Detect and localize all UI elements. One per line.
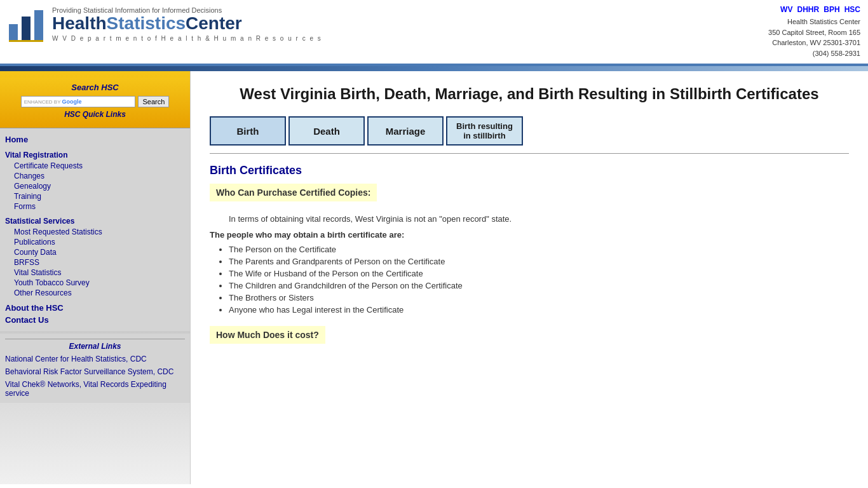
dhhr-link[interactable]: DHHR [797, 5, 820, 14]
open-record-text: In terms of obtaining vital records, Wes… [229, 214, 830, 224]
bph-link[interactable]: BPH [824, 5, 839, 14]
header-right: WV DHHR BPH HSC Health Statistics Center… [768, 5, 860, 58]
svg-rect-2 [34, 10, 43, 42]
nav-cert-requests[interactable]: Certificate Requests [5, 161, 185, 171]
svg-rect-0 [9, 24, 18, 42]
header-links[interactable]: WV DHHR BPH HSC [768, 5, 860, 14]
who-can-box: Who Can Purchase Certified Copies: [210, 184, 377, 201]
nav-publications[interactable]: Publications [5, 237, 185, 247]
nav-genealogy[interactable]: Genealogy [5, 181, 185, 191]
nav-forms[interactable]: Forms [5, 201, 185, 212]
cert-list-item-2: The Wife or Husband of the Person on the… [229, 268, 849, 280]
svg-rect-3 [9, 40, 43, 42]
main-content: West Virginia Birth, Death, Marriage, an… [191, 71, 868, 484]
external-link-brfss[interactable]: Behavioral Risk Factor Surveillance Syst… [5, 367, 185, 376]
layout: Search HSC ENHANCED BY Google Search HSC… [0, 71, 868, 484]
section-title: Birth Certificates [210, 164, 849, 177]
nav-youth-tobacco[interactable]: Youth Tobacco Survey [5, 278, 185, 288]
quick-links-label: HSC Quick Links [5, 110, 185, 119]
cert-list-item-4: The Brothers or Sisters [229, 292, 849, 304]
google-text: Google [62, 98, 81, 105]
address-line2: 350 Capitol Street, Room 165 [768, 27, 860, 38]
sidebar: Search HSC ENHANCED BY Google Search HSC… [0, 71, 191, 484]
search-input-wrapper: ENHANCED BY Google [21, 96, 136, 107]
people-label: The people who may obtain a birth certif… [210, 230, 849, 240]
tab-birth[interactable]: Birth [210, 116, 286, 146]
logo-subtitle: W V D e p a r t m e n t o f H e a l t h … [52, 35, 322, 42]
how-much-box: How Much Does it cost? [210, 326, 325, 344]
logo-statistics: Statistics [107, 13, 186, 33]
external-divider [5, 339, 185, 339]
page-title: West Virginia Birth, Death, Marriage, an… [210, 84, 849, 104]
nav-about-hsc[interactable]: About the HSC [5, 302, 185, 314]
nav-county-data[interactable]: County Data [5, 247, 185, 257]
nav-most-requested[interactable]: Most Requested Statistics [5, 227, 185, 237]
external-link-vitalchek[interactable]: Vital Chek® Networks, Vital Records Expe… [5, 380, 185, 398]
search-button[interactable]: Search [138, 96, 169, 107]
cert-list-item-1: The Parents and Grandparents of Person o… [229, 255, 849, 268]
cert-tabs: Birth Death Marriage Birth resultingin s… [210, 116, 849, 154]
nav-vital-statistics[interactable]: Vital Statistics [5, 268, 185, 278]
tab-death[interactable]: Death [288, 116, 365, 146]
cert-list-item-3: The Children and Grandchildren of the Pe… [229, 280, 849, 292]
header: Providing Statistical Information for In… [0, 0, 868, 66]
wv-link[interactable]: WV [780, 5, 792, 14]
logo-text-block: Providing Statistical Information for In… [52, 6, 322, 42]
nav-changes[interactable]: Changes [5, 171, 185, 181]
header-left: Providing Statistical Information for In… [8, 5, 322, 43]
address-line4: (304) 558-2931 [768, 48, 860, 59]
nav-training[interactable]: Training [5, 191, 185, 201]
tab-marriage[interactable]: Marriage [367, 116, 444, 146]
search-input[interactable] [81, 98, 132, 105]
how-much-label: How Much Does it cost? [216, 330, 319, 340]
nav-home[interactable]: Home [5, 133, 185, 146]
nav-other-resources[interactable]: Other Resources [5, 288, 185, 298]
search-enhanced-label: ENHANCED BY [24, 99, 61, 105]
address-line3: Charleston, WV 25301-3701 [768, 37, 860, 48]
tab-birth-stillbirth[interactable]: Birth resultingin stillbirth [446, 116, 523, 146]
nav-vital-reg[interactable]: Vital Registration [5, 149, 185, 161]
nav-contact-us[interactable]: Contact Us [5, 314, 185, 326]
hsc-link[interactable]: HSC [844, 5, 860, 14]
nav-statistical-services[interactable]: Statistical Services [5, 215, 185, 227]
blue-bar [0, 66, 868, 71]
address-line1: Health Statistics Center [768, 17, 860, 27]
cert-list-item-5: Anyone who has Legal interest in the Cer… [229, 304, 849, 316]
svg-rect-1 [22, 17, 31, 42]
sidebar-nav: Home Vital Registration Certificate Requ… [0, 128, 190, 331]
cert-list: The Person on the CertificateThe Parents… [229, 243, 849, 316]
sidebar-search-label: Search HSC [5, 83, 185, 92]
external-links-label: External Links [5, 342, 185, 351]
cert-list-item-0: The Person on the Certificate [229, 243, 849, 255]
nav-brfss[interactable]: BRFSS [5, 257, 185, 268]
logo-title: HealthStatisticsCenter [52, 14, 322, 34]
header-address: Health Statistics Center 350 Capitol Str… [768, 17, 860, 58]
logo-center: Center [186, 13, 242, 33]
logo-health: Health [52, 13, 107, 33]
logo-icon [8, 5, 46, 43]
external-link-nchs[interactable]: National Center for Health Statistics, C… [5, 355, 185, 363]
sidebar-external-section: External Links National Center for Healt… [0, 334, 190, 403]
who-can-label: Who Can Purchase Certified Copies: [216, 187, 370, 198]
search-box-row: ENHANCED BY Google Search [5, 96, 185, 107]
